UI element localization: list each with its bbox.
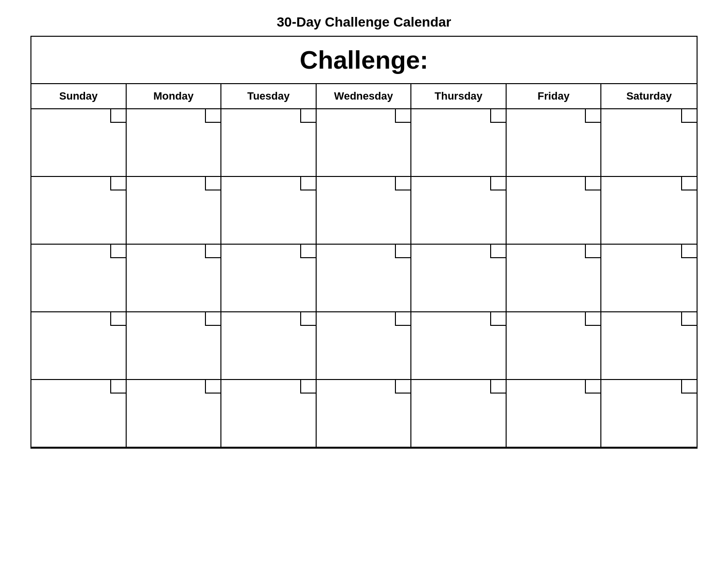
challenge-header-text: Challenge: (300, 46, 428, 74)
day-number-box (110, 177, 126, 190)
calendar-cell[interactable] (31, 177, 127, 245)
day-header-thursday: Thursday (411, 84, 507, 108)
calendar-cell[interactable] (507, 245, 602, 312)
calendar-cell[interactable] (127, 312, 222, 380)
day-number-box (681, 312, 697, 326)
calendar-cell[interactable] (317, 177, 412, 245)
day-number-box (205, 109, 220, 123)
day-number-box (681, 109, 697, 123)
calendar-cell[interactable] (31, 380, 127, 448)
calendar-cell[interactable] (31, 245, 127, 312)
calendar-cell[interactable] (127, 380, 222, 448)
calendar-cell[interactable] (221, 109, 317, 177)
day-number-box (110, 312, 126, 326)
calendar-cell[interactable] (411, 380, 507, 448)
days-header: Sunday Monday Tuesday Wednesday Thursday… (31, 84, 697, 109)
challenge-header: Challenge: (31, 37, 697, 84)
day-number-box (300, 177, 316, 190)
calendar-cell[interactable] (411, 109, 507, 177)
day-number-box (585, 177, 600, 190)
calendar-cell[interactable] (507, 109, 602, 177)
calendar-cell[interactable] (317, 109, 412, 177)
day-number-box (300, 245, 316, 258)
page-wrapper: 30-Day Challenge Calendar Challenge: Sun… (30, 15, 698, 449)
calendar-cell[interactable] (601, 312, 697, 380)
day-number-box (205, 245, 220, 258)
day-number-box (490, 312, 506, 326)
day-number-box (585, 312, 600, 326)
day-number-box (490, 380, 506, 394)
calendar-cell[interactable] (31, 109, 127, 177)
day-number-box (681, 177, 697, 190)
calendar-cell[interactable] (601, 177, 697, 245)
calendar-cell[interactable] (317, 380, 412, 448)
day-number-box (585, 380, 600, 394)
calendar-cell[interactable] (127, 177, 222, 245)
calendar-cell[interactable] (317, 312, 412, 380)
day-number-box (681, 245, 697, 258)
day-number-box (395, 109, 410, 123)
calendar-cell[interactable] (31, 312, 127, 380)
day-number-box (110, 245, 126, 258)
day-header-sunday: Sunday (31, 84, 127, 108)
calendar-cell[interactable] (601, 245, 697, 312)
calendar-grid (31, 109, 697, 448)
day-header-wednesday: Wednesday (317, 84, 412, 108)
day-header-tuesday: Tuesday (221, 84, 317, 108)
calendar-cell[interactable] (507, 312, 602, 380)
day-number-box (205, 177, 220, 190)
calendar-cell[interactable] (221, 177, 317, 245)
day-number-box (110, 109, 126, 123)
calendar-cell[interactable] (221, 312, 317, 380)
calendar-cell[interactable] (127, 109, 222, 177)
calendar-cell[interactable] (221, 380, 317, 448)
calendar-cell[interactable] (411, 312, 507, 380)
day-header-monday: Monday (127, 84, 222, 108)
day-number-box (490, 109, 506, 123)
day-number-box (395, 380, 410, 394)
day-number-box (110, 380, 126, 394)
day-number-box (395, 177, 410, 190)
day-number-box (585, 109, 600, 123)
day-header-friday: Friday (507, 84, 602, 108)
calendar-cell[interactable] (601, 380, 697, 448)
day-number-box (681, 380, 697, 394)
day-number-box (395, 245, 410, 258)
day-number-box (205, 312, 220, 326)
day-header-saturday: Saturday (601, 84, 697, 108)
day-number-box (300, 109, 316, 123)
day-number-box (585, 245, 600, 258)
day-number-box (205, 380, 220, 394)
day-number-box (300, 312, 316, 326)
calendar-cell[interactable] (411, 245, 507, 312)
calendar-container: Challenge: Sunday Monday Tuesday Wednesd… (30, 36, 698, 449)
calendar-cell[interactable] (317, 245, 412, 312)
day-number-box (395, 312, 410, 326)
day-number-box (300, 380, 316, 394)
calendar-cell[interactable] (411, 177, 507, 245)
calendar-cell[interactable] (127, 245, 222, 312)
calendar-cell[interactable] (601, 109, 697, 177)
day-number-box (490, 177, 506, 190)
page-title: 30-Day Challenge Calendar (30, 15, 698, 30)
day-number-box (490, 245, 506, 258)
calendar-cell[interactable] (507, 177, 602, 245)
calendar-cell[interactable] (221, 245, 317, 312)
calendar-cell[interactable] (507, 380, 602, 448)
